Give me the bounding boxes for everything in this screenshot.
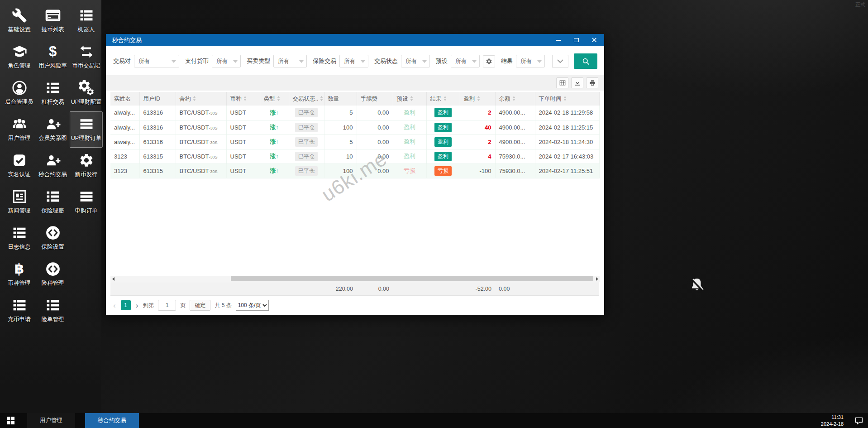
- desktop-shortcut[interactable]: 日志信息: [3, 220, 36, 256]
- desktop-shortcut[interactable]: 用户管理: [3, 111, 36, 148]
- prev-page-button[interactable]: ‹: [112, 302, 117, 309]
- cell-fee: 0.00: [357, 164, 393, 178]
- desktop-shortcut[interactable]: 角色管理: [3, 39, 36, 75]
- cell-name: 3123: [110, 164, 139, 178]
- desktop-shortcut[interactable]: 新币发行: [70, 148, 103, 184]
- filter-select[interactable]: 所有: [516, 55, 545, 67]
- desktop-shortcut[interactable]: 实名认证: [3, 148, 36, 184]
- taskbar-item-second-contract[interactable]: 秒合约交易: [85, 413, 139, 428]
- horizontal-scrollbar[interactable]: [110, 276, 600, 282]
- cell-name: aiwaiy...: [110, 120, 139, 135]
- cell-fee: 0.00: [357, 135, 393, 149]
- scroll-right-arrow[interactable]: [594, 276, 600, 282]
- cell-qty: 5: [324, 106, 357, 120]
- desktop-shortcut[interactable]: UP理财订单: [70, 111, 103, 148]
- desktop-shortcut[interactable]: ฿币种管理: [3, 256, 36, 293]
- goto-page-input[interactable]: [158, 300, 176, 311]
- column-header[interactable]: 交易状态..: [289, 92, 324, 106]
- filter-select[interactable]: 所有: [339, 55, 368, 67]
- column-header[interactable]: 盈利: [460, 92, 495, 106]
- next-page-button[interactable]: ›: [135, 302, 139, 309]
- filter-value: 所有: [405, 58, 417, 65]
- column-header[interactable]: 余额: [495, 92, 535, 106]
- print-button[interactable]: [586, 77, 598, 88]
- taskbar-clock[interactable]: 11:31 2024-2-18: [821, 414, 844, 428]
- user-circle-icon: [12, 79, 27, 97]
- desktop-shortcut[interactable]: 新闻管理: [3, 184, 36, 220]
- column-header[interactable]: 结果: [426, 92, 460, 106]
- filter-select[interactable]: 所有: [134, 55, 179, 67]
- cell-qty: 5: [324, 135, 357, 149]
- page-size-select[interactable]: 100 条/页: [236, 300, 269, 311]
- cell-time: 2024-02-18 11:24:30: [535, 135, 599, 149]
- desktop-shortcut[interactable]: 险种管理: [36, 256, 69, 293]
- start-button[interactable]: [0, 413, 21, 428]
- table-toolbar: [106, 75, 604, 91]
- desktop-shortcut[interactable]: 杠杆交易: [36, 75, 69, 111]
- desktop-shortcut[interactable]: $用户风险率: [36, 39, 69, 75]
- desktop-shortcut[interactable]: 会员关系图: [36, 111, 69, 148]
- desktop-shortcut[interactable]: 充币申请: [3, 293, 36, 329]
- desktop-shortcut[interactable]: UP理财配置: [70, 75, 103, 111]
- shortcut-label: 保险设置: [42, 243, 64, 251]
- page-unit-label: 页: [180, 302, 186, 309]
- current-page-button[interactable]: 1: [121, 300, 131, 310]
- desktop-shortcut-grid: 基础设置提币列表机器人角色管理$用户风险率币币交易记后台管理员杠杆交易UP理财配…: [3, 3, 103, 329]
- desktop-shortcut[interactable]: 险单管理: [36, 293, 69, 329]
- bars-icon: [79, 188, 94, 206]
- column-header[interactable]: 币种: [226, 92, 260, 106]
- data-table-wrap: 实姓名用户ID合约币种类型交易状态..数量手续费预设结果盈利余额下单时间 aiw…: [106, 92, 604, 178]
- chat-tray-button[interactable]: [850, 413, 868, 428]
- goto-confirm-button[interactable]: 确定: [190, 300, 210, 311]
- scrollbar-thumb[interactable]: [231, 276, 593, 281]
- cell-balance: 4900.00...: [495, 106, 535, 120]
- filter-select[interactable]: 所有: [451, 55, 480, 67]
- column-header[interactable]: 预设: [393, 92, 426, 106]
- summary-cell-coin: [226, 282, 260, 296]
- summary-cell-type: [260, 282, 289, 296]
- desktop-shortcut[interactable]: 秒合约交易: [36, 148, 69, 184]
- filter-value: 所有: [344, 58, 355, 65]
- desktop-shortcut[interactable]: 后台管理员: [3, 75, 36, 111]
- filter-select[interactable]: 所有: [212, 55, 241, 67]
- filter-label: 保险交易: [313, 57, 336, 65]
- cell-result: 亏损: [426, 164, 460, 178]
- desktop-shortcut[interactable]: 币币交易记: [70, 39, 103, 75]
- filter-item: 支付货币所有: [185, 55, 241, 67]
- notifications-off-icon[interactable]: [688, 276, 706, 293]
- window-title: 秒合约交易: [112, 36, 142, 44]
- taskbar-item-user-management[interactable]: 用户管理: [27, 413, 75, 428]
- scroll-left-arrow[interactable]: [110, 276, 116, 282]
- newspaper-icon: [12, 188, 27, 206]
- close-button[interactable]: ✕: [591, 37, 598, 43]
- shortcut-label: 币币交易记: [72, 62, 100, 70]
- column-header[interactable]: 合约: [176, 92, 226, 106]
- export-button[interactable]: [571, 77, 583, 88]
- desktop-shortcut[interactable]: 申购订单: [70, 184, 103, 220]
- cell-profit: 40: [460, 120, 495, 135]
- desktop-shortcut[interactable]: 机器人: [70, 3, 103, 39]
- cell-coin: USDT: [226, 135, 260, 149]
- desktop-shortcut[interactable]: 基础设置: [3, 3, 36, 39]
- filter-item: 预设所有: [436, 55, 495, 67]
- search-button[interactable]: [574, 53, 597, 69]
- summary-cell-user_id: [139, 282, 176, 296]
- more-filters-button[interactable]: [552, 55, 568, 68]
- preset-settings-button[interactable]: [483, 55, 495, 67]
- filter-select[interactable]: 所有: [273, 55, 307, 67]
- column-settings-button[interactable]: [556, 77, 568, 88]
- minimize-button[interactable]: [554, 37, 562, 43]
- desktop-shortcut[interactable]: 提币列表: [36, 3, 69, 39]
- cell-type: 涨↑: [260, 149, 289, 164]
- column-header[interactable]: 类型: [260, 92, 289, 106]
- filter-select[interactable]: 所有: [401, 55, 430, 67]
- app-window: 秒合约交易 ✕ 交易对所有支付货币所有买卖类型所有保险交易所有交易状态所有预设所…: [106, 34, 604, 315]
- cell-result: 盈利: [426, 149, 460, 164]
- column-header[interactable]: 下单时间: [535, 92, 599, 106]
- desktop-shortcut[interactable]: 保险设置: [36, 220, 69, 256]
- pagination-bar: ‹ 1 › 到第 页 确定 共 5 条 100 条/页: [106, 296, 604, 315]
- list-icon: [45, 296, 61, 314]
- desktop-shortcut[interactable]: 保险理赔: [36, 184, 69, 220]
- cell-coin: USDT: [226, 149, 260, 164]
- maximize-button[interactable]: [572, 37, 580, 43]
